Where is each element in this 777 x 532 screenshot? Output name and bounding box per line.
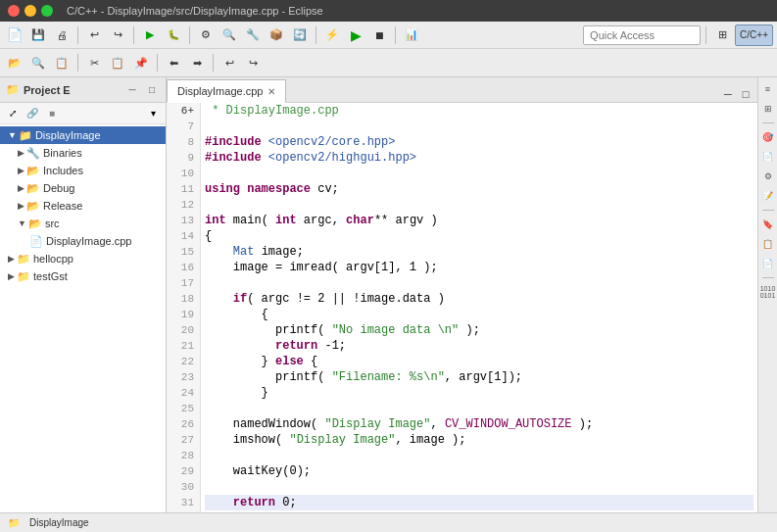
save-button[interactable]: 💾 (27, 24, 49, 46)
right-btn-10[interactable]: 10100101 (760, 284, 776, 300)
right-btn-2[interactable]: ⊞ (760, 101, 776, 117)
tree-label-debug: Debug (43, 182, 74, 194)
code-line-22: } else { (205, 354, 753, 369)
toolbar-r2-btn4[interactable]: 📋 (107, 52, 128, 73)
toolbar-btn-9[interactable]: 📊 (401, 24, 422, 46)
tree-item-includes[interactable]: ▶ 📂 Includes (0, 162, 166, 179)
right-btn-5[interactable]: ⚙ (760, 169, 776, 184)
arrow-binaries: ▶ (18, 148, 24, 158)
collapse-all-btn[interactable]: ⤢ (4, 105, 22, 122)
run-button[interactable]: ▶ (139, 24, 161, 46)
tree-item-testgst[interactable]: ▶ 📁 testGst (0, 267, 166, 285)
right-btn-8[interactable]: 📋 (760, 236, 776, 252)
view-menu-btn[interactable]: ▾ (144, 105, 162, 122)
minimize-button[interactable] (24, 5, 36, 17)
code-text-6: * DisplayImage.cpp (205, 104, 339, 118)
indent-26 (205, 417, 233, 431)
right-btn-4[interactable]: 📄 (760, 149, 776, 165)
toolbar-btn-4[interactable]: 📦 (266, 24, 287, 46)
toolbar-r2-btn1[interactable]: 🔍 (27, 52, 49, 73)
type-mat: Mat (233, 245, 262, 259)
code-20a: ( (317, 323, 331, 337)
right-btn-9[interactable]: 📄 (760, 256, 776, 271)
tree-item-src[interactable]: ▼ 📂 src (0, 215, 166, 232)
right-btn-1[interactable]: ≡ (760, 81, 776, 97)
tree-item-hellocpp[interactable]: ▶ 📁 hellocpp (0, 250, 166, 267)
sep9 (213, 54, 214, 72)
arrow-testgst: ▶ (8, 271, 15, 281)
tab-close-btn[interactable]: ✕ (267, 86, 275, 97)
tree-item-release[interactable]: ▶ 📂 Release (0, 197, 166, 215)
code-line-19: { (205, 307, 753, 322)
code-line-20: printf( "No image data \n" ); (205, 322, 753, 338)
new-button[interactable]: 📄 (4, 24, 25, 46)
debug-button[interactable]: 🐛 (163, 24, 184, 46)
print-button[interactable]: 🖨 (51, 24, 73, 46)
toolbar-r2-btn5[interactable]: 📌 (130, 52, 152, 73)
code-line-11: using namespace cv; (205, 181, 753, 197)
code-line-21: return -1; (205, 338, 753, 354)
right-btn-6[interactable]: 📝 (760, 188, 776, 204)
linenum-30: 30 (167, 479, 200, 495)
sidebar-title: Project E (24, 84, 121, 96)
right-btn-7[interactable]: 🔖 (760, 217, 776, 232)
code-area[interactable]: * DisplayImage.cpp #include <opencv2/cor… (201, 103, 757, 512)
linenum-14: 14 (167, 228, 200, 244)
toolbar-r2-btn6[interactable]: ⬅ (163, 52, 184, 73)
code-line-9: #include <opencv2/highgui.hpp> (205, 150, 753, 166)
tree-item-displayimage[interactable]: ▼ 📁 DisplayImage (0, 126, 166, 144)
editor-maximize-btn[interactable]: □ (738, 86, 753, 102)
sep1 (77, 26, 78, 44)
toolbar-btn-8[interactable]: ⏹ (368, 24, 390, 46)
tree-item-displayimage-cpp[interactable]: 📄 DisplayImage.cpp (0, 232, 166, 250)
toolbar-r2-btn7[interactable]: ➡ (186, 52, 208, 73)
toolbar-btn-7[interactable]: ▶ (345, 24, 366, 46)
fn-printf-23: printf (275, 370, 317, 384)
editor-tabs: DisplayImage.cpp ✕ ─ □ (167, 77, 757, 103)
toolbar-btn-3[interactable]: 🔧 (242, 24, 264, 46)
indent-20 (205, 323, 275, 337)
quick-access-input[interactable] (583, 25, 701, 45)
right-btn-3[interactable]: 🎯 (760, 129, 776, 145)
close-button[interactable] (8, 5, 20, 17)
right-sep-1 (762, 122, 774, 123)
undo-button[interactable]: ↩ (83, 24, 105, 46)
tree-item-debug[interactable]: ▶ 📂 Debug (0, 179, 166, 197)
code-line-23: printf( "Filename: %s\n", argv[1]); (205, 369, 753, 385)
toolbar-btn-2[interactable]: 🔍 (219, 24, 240, 46)
window-controls[interactable] (8, 5, 53, 17)
linenum-11: 11 (167, 181, 200, 197)
folder-icon-testgst: 📁 (17, 270, 30, 283)
code-26a: ( (311, 417, 324, 431)
kw-if: if (233, 292, 247, 306)
cpp-perspective-btn[interactable]: C/C++ (735, 24, 773, 46)
toolbar-btn-1[interactable]: ⚙ (195, 24, 217, 46)
project-tree: ▼ 📁 DisplayImage ▶ 🔧 Binaries ▶ 📂 Includ… (0, 124, 166, 512)
tree-item-binaries[interactable]: ▶ 🔧 Binaries (0, 144, 166, 162)
fn-main: main (233, 214, 262, 227)
arg-argc: argc, (304, 214, 346, 227)
kw-include-9: #include (205, 151, 268, 165)
toolbar-r2-btn2[interactable]: 📋 (51, 52, 73, 73)
toolbar-r2-btn9[interactable]: ↪ (242, 52, 264, 73)
code-line-26: namedWindow( "Display Image", CV_WINDOW_… (205, 416, 753, 432)
perspective-btn[interactable]: ⊞ (711, 24, 733, 46)
titlebar: C/C++ - DisplayImage/src/DisplayImage.cp… (0, 0, 777, 22)
editor-tab-displayimage[interactable]: DisplayImage.cpp ✕ (167, 79, 286, 103)
sidebar-minimize-btn[interactable]: ─ (124, 82, 140, 98)
toolbar-r2-btn3[interactable]: ✂ (83, 52, 105, 73)
sidebar-header: 📁 Project E ─ □ (0, 77, 166, 103)
editor-minimize-btn[interactable]: ─ (720, 86, 736, 102)
link-editor-btn[interactable]: 🔗 (24, 105, 41, 122)
toolbar-btn-6[interactable]: ⚡ (321, 24, 343, 46)
maximize-button[interactable] (41, 5, 53, 17)
redo-button[interactable]: ↪ (107, 24, 128, 46)
open-button[interactable]: 📂 (4, 52, 25, 73)
sep3 (189, 26, 190, 44)
sidebar-maximize-btn[interactable]: □ (144, 82, 160, 98)
linenum-26: 26 (167, 416, 200, 432)
linenum-18: 18 (167, 291, 200, 307)
toolbar-btn-5[interactable]: 🔄 (289, 24, 311, 46)
toolbar-r2-btn8[interactable]: ↩ (219, 52, 240, 73)
new-folder-btn[interactable]: ■ (43, 105, 61, 122)
